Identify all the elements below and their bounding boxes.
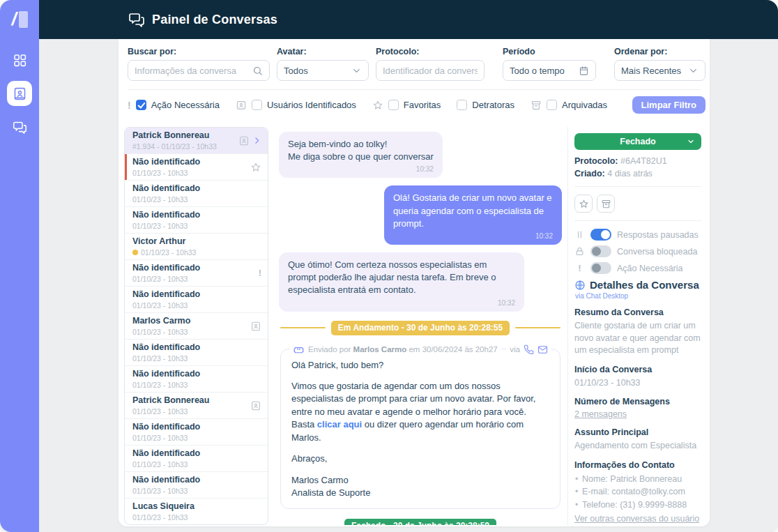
conversation-name: Lucas Siqueira [132,501,194,512]
conversation-list-item[interactable]: Não identificado01/10/23 - 10h33 [125,366,268,393]
checkbox[interactable] [457,100,467,110]
bot-message-bubble: Que ótimo! Com certeza nossos especialis… [279,252,524,312]
conversation-info: Marlos Carmo01/10/23 - 10h33 [132,316,190,337]
conversation-list-item[interactable]: Marlos Carmo01/10/23 - 10h33 [125,313,268,340]
conversation-list-item[interactable]: Patrick Bonnereau#1.934 - 01/10/23 - 10h… [125,128,268,154]
conversation-list-item[interactable]: Não identificado01/10/23 - 10h33! [125,260,268,287]
chat-bubbles-icon [13,120,27,135]
avatar-select[interactable]: Todos [277,60,369,81]
toggle-respostas-pausadas[interactable] [590,229,611,241]
status-dropdown-button[interactable]: Fechado [574,133,701,150]
contact-book-icon [13,86,27,101]
chat-area: Seja bem-vindo ao tolky! Me diga sobre o… [268,127,568,525]
conversation-list-item[interactable]: Não identificado01/10/23 - 10h33 [125,154,268,181]
conversation-name: Não identificado [132,369,200,380]
conversation-info: Patrick Bonnereau#1.934 - 01/10/23 - 10h… [132,130,217,151]
sort-select[interactable]: Mais Recentes [614,60,705,81]
conversation-info: Não identificado01/10/23 - 10h33 [132,263,200,284]
checkbox-checked[interactable] [136,100,146,110]
sidebar-item-dashboard[interactable] [7,47,32,73]
page-title: Painel de Conversas [152,13,277,27]
conversation-list-item[interactable]: Lucas Siqueira01/10/23 - 10h33 [125,499,268,524]
conversation-meta: 01/10/23 - 10h33 [132,513,194,522]
via-label: via [510,345,520,354]
conversation-name: Victor Arthur [132,236,196,248]
clicar-aqui-link[interactable]: clicar aqui [317,419,362,430]
conversation-meta: 01/10/23 - 10h33 [132,222,200,230]
checkbox-label: Favoritas [404,100,441,110]
period-selected-value: Todo o tempo [510,66,565,76]
conversation-list-item[interactable]: Não identificado01/10/23 - 10h33 [125,340,268,366]
message-text: Seja bem-vindo ao tolky! [288,138,434,151]
conversation-info: Não identificado01/10/23 - 10h33 [132,369,200,390]
conversation-list-item[interactable]: Não identificado01/10/23 - 10h33 [125,207,268,234]
sort-selected-value: Mais Recentes [621,66,681,76]
divider [574,220,701,221]
separator-line [280,327,326,328]
protocol-input[interactable] [383,66,478,76]
sidebar-item-contacts[interactable] [7,81,32,106]
avatar-label: Avatar: [277,47,369,56]
email-paragraph: Vimos que gostaria de agendar com um dos… [291,380,549,444]
conversation-list-item[interactable]: Não identificado01/10/23 - 10h33 [125,419,268,446]
other-conversations-link[interactable]: Ver outras conversas do usuário [574,514,699,524]
conversation-name: Não identificado [132,422,200,433]
toggle-row-paused: Respostas pausadas [574,229,701,241]
toggle-conversa-bloqueada[interactable] [590,245,611,257]
conversation-name: Não identificado [132,263,200,274]
conversation-meta: 01/10/23 - 10h33 [132,460,200,469]
messages-count-link[interactable]: 2 mensagens [574,409,627,419]
conversation-name: Não identificado [132,289,200,301]
search-input[interactable] [135,66,252,76]
conversation-name: Não identificado [132,157,200,168]
conversation-list-item[interactable]: Não identificado01/10/23 - 10h33 [125,181,268,207]
chevron-down-icon [687,137,695,146]
checkbox[interactable] [388,100,399,110]
conversation-list-item[interactable]: Victor Arthur01/10/23 - 10h33 [125,234,268,260]
period-label: Período [503,47,596,56]
conversation-info: Não identificado01/10/23 - 10h33 [132,210,200,231]
filter-period: Período Todo o tempo [503,47,596,81]
checkbox[interactable] [547,100,557,110]
clear-filter-button[interactable]: Limpar Filtro [632,96,705,114]
email-signature-name: Marlos Carmo [291,474,549,487]
conversation-info: Não identificado01/10/23 - 10h33 [132,157,200,178]
logo-rect-icon [19,11,28,28]
conversation-meta: 01/10/23 - 10h33 [132,487,200,495]
phone-icon [524,344,534,355]
favorite-button[interactable] [574,195,593,213]
conversation-meta: 01/10/23 - 10h33 [132,195,200,204]
conversation-meta: 01/10/23 - 10h33 [132,275,200,283]
conversation-list: Patrick Bonnereau#1.934 - 01/10/23 - 10h… [124,127,268,525]
checkbox[interactable] [252,100,262,110]
conversation-name: Não identificado [132,183,200,195]
logo-slash-icon: / [11,10,16,28]
conversation-list-item[interactable]: Não identificado01/10/23 - 10h33 [125,472,268,499]
conversation-info: Lucas Siqueira01/10/23 - 10h33 [132,501,194,522]
conversation-list-item[interactable]: Patrick Bonnereau01/10/23 - 10h33 [125,393,268,419]
email-sent-info: Enviado por Marlos Carmo em 30/06/2024 à… [308,345,498,354]
toggle-acao-necessaria[interactable] [590,262,611,274]
messages-count-label: Número de Mensagens [574,397,701,406]
archive-button[interactable] [597,195,615,213]
filter-check-arquivadas[interactable]: Arquivadas [547,100,607,110]
conversation-list-item[interactable]: Não identificado01/10/23 - 10h33 [125,287,268,313]
email-greeting: Olá Patrick, tudo bem? [291,359,549,372]
envelope-icon [537,344,548,355]
filter-check-favoritas[interactable]: Favoritas [388,100,441,110]
period-select[interactable]: Todo o tempo [503,60,596,81]
filter-check-detratoras[interactable]: Detratoras [457,100,514,110]
filter-check-acao-necessaria[interactable]: Ação Necessária [136,100,220,110]
summary-text: Cliente gostaria de um criar um novo ava… [574,320,701,357]
ticket-icon [293,344,305,356]
exclamation-icon: ! [128,100,131,111]
checkbox-label: Detratoras [472,100,514,110]
filter-check-usuarios-identificados[interactable]: Usuários Identificados [252,100,356,110]
sidebar-item-conversations[interactable] [7,114,32,139]
start-label: Início da Conversa [574,365,701,374]
search-icon [252,66,263,76]
contact-card-icon [250,400,261,411]
conversation-list-item[interactable]: Não identificado01/10/23 - 10h33 [125,446,268,472]
status-separator-closed: Fechado - 30 de Junho às 20:28:59 [280,519,560,525]
message-text: Que ótimo! Com certeza nossos especialis… [288,259,515,297]
